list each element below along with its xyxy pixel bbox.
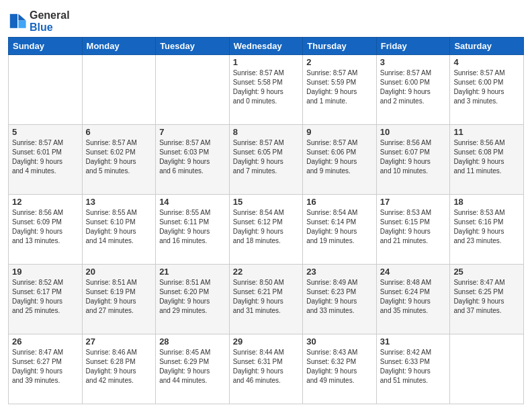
calendar-week-3: 12Sunrise: 8:56 AMSunset: 6:09 PMDayligh…	[9, 195, 524, 265]
calendar-cell: 3Sunrise: 8:57 AMSunset: 6:00 PMDaylight…	[376, 55, 450, 125]
day-info: Sunrise: 8:42 AMSunset: 6:33 PMDaylight:…	[380, 348, 447, 385]
day-number: 14	[159, 197, 226, 207]
calendar-cell	[9, 55, 83, 125]
day-number: 19	[12, 267, 79, 277]
day-info: Sunrise: 8:57 AMSunset: 5:58 PMDaylight:…	[233, 68, 300, 106]
day-number: 30	[306, 336, 373, 347]
day-info: Sunrise: 8:57 AMSunset: 6:06 PMDaylight:…	[306, 138, 373, 176]
day-info: Sunrise: 8:57 AMSunset: 6:00 PMDaylight:…	[380, 68, 447, 106]
calendar-cell: 13Sunrise: 8:55 AMSunset: 6:10 PMDayligh…	[82, 195, 156, 265]
day-number: 2	[306, 57, 373, 67]
calendar-cell: 18Sunrise: 8:53 AMSunset: 6:16 PMDayligh…	[450, 195, 524, 265]
day-info: Sunrise: 8:48 AMSunset: 6:24 PMDaylight:…	[380, 278, 447, 316]
calendar-cell: 19Sunrise: 8:52 AMSunset: 6:17 PMDayligh…	[9, 265, 83, 334]
calendar-cell: 22Sunrise: 8:50 AMSunset: 6:21 PMDayligh…	[229, 265, 303, 334]
header: General Blue	[8, 7, 524, 33]
svg-marker-1	[18, 20, 26, 28]
day-number: 18	[453, 197, 520, 207]
calendar-cell: 4Sunrise: 8:57 AMSunset: 6:00 PMDaylight…	[450, 55, 524, 125]
calendar-cell: 7Sunrise: 8:57 AMSunset: 6:03 PMDaylight…	[156, 125, 230, 195]
day-number: 7	[159, 127, 226, 137]
calendar-cell: 30Sunrise: 8:43 AMSunset: 6:32 PMDayligh…	[303, 334, 377, 404]
day-number: 28	[159, 336, 226, 347]
day-info: Sunrise: 8:57 AMSunset: 6:02 PMDaylight:…	[86, 138, 152, 176]
calendar-cell: 20Sunrise: 8:51 AMSunset: 6:19 PMDayligh…	[82, 265, 156, 334]
weekday-header-tuesday: Tuesday	[156, 38, 230, 55]
day-info: Sunrise: 8:56 AMSunset: 6:09 PMDaylight:…	[12, 208, 79, 246]
day-info: Sunrise: 8:57 AMSunset: 5:59 PMDaylight:…	[306, 68, 373, 106]
day-number: 10	[380, 127, 447, 137]
day-number: 9	[306, 127, 373, 137]
calendar-cell: 31Sunrise: 8:42 AMSunset: 6:33 PMDayligh…	[376, 334, 450, 404]
page: General Blue SundayMondayTuesdayWednesda…	[0, 0, 532, 411]
calendar-week-1: 1Sunrise: 8:57 AMSunset: 5:58 PMDaylight…	[9, 55, 524, 125]
day-info: Sunrise: 8:56 AMSunset: 6:07 PMDaylight:…	[380, 138, 447, 176]
day-info: Sunrise: 8:45 AMSunset: 6:29 PMDaylight:…	[159, 348, 226, 385]
weekday-header-wednesday: Wednesday	[229, 38, 303, 55]
weekday-header-monday: Monday	[82, 38, 156, 55]
day-info: Sunrise: 8:47 AMSunset: 6:25 PMDaylight:…	[453, 278, 520, 316]
day-number: 21	[159, 267, 226, 277]
day-number: 24	[380, 267, 447, 277]
day-info: Sunrise: 8:49 AMSunset: 6:23 PMDaylight:…	[306, 278, 373, 316]
weekday-header-row: SundayMondayTuesdayWednesdayThursdayFrid…	[9, 38, 524, 55]
day-number: 23	[306, 267, 373, 277]
day-info: Sunrise: 8:54 AMSunset: 6:14 PMDaylight:…	[306, 208, 373, 246]
day-number: 17	[380, 197, 447, 207]
calendar-cell: 11Sunrise: 8:56 AMSunset: 6:08 PMDayligh…	[450, 125, 524, 195]
day-number: 6	[86, 127, 152, 137]
weekday-header-sunday: Sunday	[9, 38, 83, 55]
calendar-week-2: 5Sunrise: 8:57 AMSunset: 6:01 PMDaylight…	[9, 125, 524, 195]
svg-rect-2	[10, 13, 17, 28]
calendar-cell: 26Sunrise: 8:47 AMSunset: 6:27 PMDayligh…	[9, 334, 83, 404]
day-number: 1	[233, 57, 300, 67]
day-number: 5	[12, 127, 79, 137]
calendar-week-5: 26Sunrise: 8:47 AMSunset: 6:27 PMDayligh…	[9, 334, 524, 404]
day-number: 22	[233, 267, 300, 277]
weekday-header-friday: Friday	[376, 38, 450, 55]
day-info: Sunrise: 8:55 AMSunset: 6:10 PMDaylight:…	[86, 208, 152, 246]
day-number: 12	[12, 197, 79, 207]
day-info: Sunrise: 8:57 AMSunset: 6:03 PMDaylight:…	[159, 138, 226, 176]
day-number: 15	[233, 197, 300, 207]
day-number: 27	[86, 336, 152, 347]
day-info: Sunrise: 8:55 AMSunset: 6:11 PMDaylight:…	[159, 208, 226, 246]
calendar-cell: 9Sunrise: 8:57 AMSunset: 6:06 PMDaylight…	[303, 125, 377, 195]
calendar-cell: 16Sunrise: 8:54 AMSunset: 6:14 PMDayligh…	[303, 195, 377, 265]
day-info: Sunrise: 8:46 AMSunset: 6:28 PMDaylight:…	[86, 348, 152, 385]
calendar-cell: 17Sunrise: 8:53 AMSunset: 6:15 PMDayligh…	[376, 195, 450, 265]
svg-marker-0	[18, 13, 26, 20]
day-info: Sunrise: 8:57 AMSunset: 6:05 PMDaylight:…	[233, 138, 300, 176]
day-info: Sunrise: 8:57 AMSunset: 6:01 PMDaylight:…	[12, 138, 79, 176]
weekday-header-thursday: Thursday	[303, 38, 377, 55]
calendar-cell: 21Sunrise: 8:51 AMSunset: 6:20 PMDayligh…	[156, 265, 230, 334]
day-number: 20	[86, 267, 152, 277]
calendar-cell: 24Sunrise: 8:48 AMSunset: 6:24 PMDayligh…	[376, 265, 450, 334]
calendar-cell: 29Sunrise: 8:44 AMSunset: 6:31 PMDayligh…	[229, 334, 303, 404]
calendar-cell	[450, 334, 524, 404]
day-info: Sunrise: 8:51 AMSunset: 6:19 PMDaylight:…	[86, 278, 152, 316]
weekday-header-saturday: Saturday	[450, 38, 524, 55]
day-number: 13	[86, 197, 152, 207]
logo-icon	[8, 12, 27, 31]
calendar-cell: 5Sunrise: 8:57 AMSunset: 6:01 PMDaylight…	[9, 125, 83, 195]
day-number: 11	[453, 127, 520, 137]
day-info: Sunrise: 8:47 AMSunset: 6:27 PMDaylight:…	[12, 348, 79, 385]
calendar-week-4: 19Sunrise: 8:52 AMSunset: 6:17 PMDayligh…	[9, 265, 524, 334]
calendar-cell	[156, 55, 230, 125]
logo-text: General Blue	[30, 9, 70, 33]
day-info: Sunrise: 8:53 AMSunset: 6:16 PMDaylight:…	[453, 208, 520, 246]
day-info: Sunrise: 8:53 AMSunset: 6:15 PMDaylight:…	[380, 208, 447, 246]
calendar-cell: 12Sunrise: 8:56 AMSunset: 6:09 PMDayligh…	[9, 195, 83, 265]
day-number: 26	[12, 336, 79, 347]
day-info: Sunrise: 8:52 AMSunset: 6:17 PMDaylight:…	[12, 278, 79, 316]
calendar-cell: 23Sunrise: 8:49 AMSunset: 6:23 PMDayligh…	[303, 265, 377, 334]
calendar: SundayMondayTuesdayWednesdayThursdayFrid…	[8, 37, 524, 404]
day-info: Sunrise: 8:54 AMSunset: 6:12 PMDaylight:…	[233, 208, 300, 246]
calendar-cell	[82, 55, 156, 125]
day-info: Sunrise: 8:51 AMSunset: 6:20 PMDaylight:…	[159, 278, 226, 316]
day-number: 16	[306, 197, 373, 207]
calendar-cell: 15Sunrise: 8:54 AMSunset: 6:12 PMDayligh…	[229, 195, 303, 265]
calendar-cell: 10Sunrise: 8:56 AMSunset: 6:07 PMDayligh…	[376, 125, 450, 195]
day-number: 25	[453, 267, 520, 277]
